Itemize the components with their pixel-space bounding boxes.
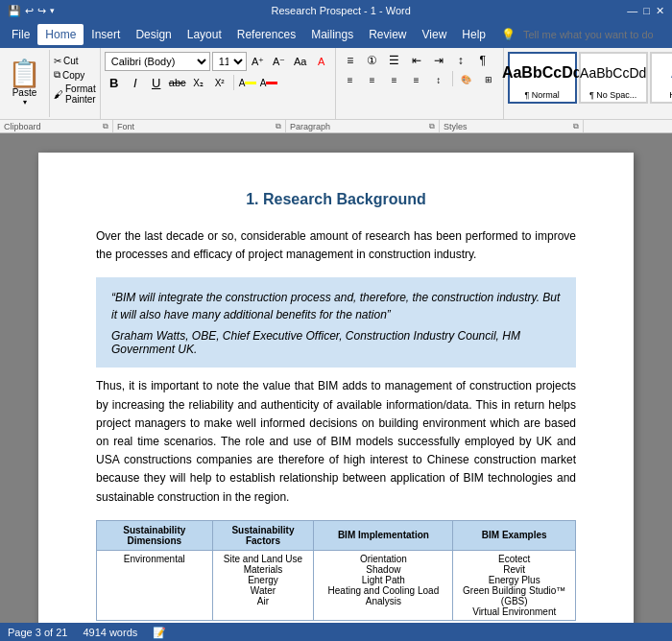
align-left-button[interactable]: ≡: [340, 71, 361, 88]
tell-me-input[interactable]: [523, 29, 672, 40]
section-heading: 1. Research Background: [96, 191, 576, 208]
title-bar: 💾 ↩ ↪ ▾ Research Prospect - 1 - Word — □…: [0, 0, 672, 21]
table-cell-implementation: OrientationShadowLight PathHeating and C…: [314, 550, 453, 620]
table-cell-examples: EcotectRevitEnergy PlusGreen Building St…: [453, 550, 576, 620]
redo-icon[interactable]: ↪: [37, 5, 46, 17]
sort-button[interactable]: ↕: [450, 52, 471, 69]
grow-font-button[interactable]: A⁺: [249, 52, 268, 71]
format-painter-button[interactable]: 🖌 Format Painter: [54, 83, 96, 105]
table-header-factors: Sustainability Factors: [212, 520, 314, 550]
justify-button[interactable]: ≡: [406, 71, 427, 88]
quote-block: “BIM will integrate the construction pro…: [96, 277, 576, 368]
font-name-select[interactable]: Calibri (Body): [105, 52, 210, 71]
line-spacing-button[interactable]: ↕: [428, 71, 449, 88]
menu-help[interactable]: Help: [454, 24, 493, 45]
paragraph-2: Thus, it is important to note the value …: [96, 377, 576, 506]
paste-label: Paste: [12, 87, 37, 98]
style-heading1[interactable]: AaB Headi...: [650, 52, 672, 104]
table-header-implementation: BIM Implementation: [314, 520, 453, 550]
multilevel-list-button[interactable]: ☰: [384, 52, 405, 69]
customize-icon[interactable]: ▾: [50, 6, 55, 15]
paragraph-footer[interactable]: Paragraph ⧉: [286, 120, 440, 132]
borders-button[interactable]: ⊞: [478, 71, 499, 88]
shrink-font-button[interactable]: A⁻: [270, 52, 289, 71]
strikethrough-button[interactable]: abc: [168, 73, 187, 92]
menu-review[interactable]: Review: [361, 24, 414, 45]
paragraph-1: Over the last decade or so, considerable…: [96, 227, 576, 264]
font-footer[interactable]: Font ⧉: [113, 120, 286, 132]
table-row: Environmental Site and Land UseMaterials…: [97, 550, 576, 620]
increase-indent-button[interactable]: ⇥: [428, 52, 449, 69]
clear-format-button[interactable]: A: [312, 52, 331, 71]
numbering-button[interactable]: ①: [362, 52, 383, 69]
menu-home[interactable]: Home: [37, 24, 84, 45]
minimize-icon[interactable]: —: [627, 5, 637, 16]
clipboard-footer[interactable]: Clipboard ⧉: [0, 120, 113, 132]
tell-me-box: [523, 29, 672, 40]
styles-expand-icon[interactable]: ⧉: [573, 122, 579, 131]
window-title: Research Prospect - 1 - Word: [272, 5, 411, 16]
align-center-button[interactable]: ≡: [362, 71, 383, 88]
close-icon[interactable]: ✕: [656, 5, 664, 17]
status-bar: Page 3 of 21 4914 words 📝: [0, 623, 672, 641]
underline-button[interactable]: U: [147, 73, 166, 92]
menu-view[interactable]: View: [415, 24, 455, 45]
document-area: 1. Research Background Over the last dec…: [0, 133, 672, 623]
cut-button[interactable]: ✂ Cut: [54, 56, 96, 66]
copy-button[interactable]: ⧉ Copy: [54, 69, 96, 81]
menu-file[interactable]: File: [4, 24, 37, 45]
change-case-button[interactable]: Aa: [291, 52, 310, 71]
menu-references[interactable]: References: [229, 24, 303, 45]
word-count: 4914 words: [83, 627, 137, 638]
italic-button[interactable]: I: [126, 73, 145, 92]
paragraph-group: ≡ ① ☰ ⇤ ⇥ ↕ ¶ ≡ ≡ ≡ ≡ ↕ 🎨 ⊞: [336, 48, 504, 119]
menu-layout[interactable]: Layout: [180, 24, 229, 45]
decrease-indent-button[interactable]: ⇤: [406, 52, 427, 69]
quick-access-toolbar: 💾 ↩ ↪ ▾: [8, 5, 55, 17]
menu-mailings[interactable]: Mailings: [303, 24, 361, 45]
document-page[interactable]: 1. Research Background Over the last dec…: [38, 153, 634, 623]
undo-icon[interactable]: ↩: [25, 5, 34, 17]
style-no-spacing[interactable]: AaBbCcDd ¶ No Spac...: [579, 52, 648, 104]
menu-insert[interactable]: Insert: [84, 24, 128, 45]
cut-icon: ✂: [54, 56, 61, 66]
superscript-button[interactable]: X²: [210, 73, 229, 92]
font-expand-icon[interactable]: ⧉: [276, 122, 281, 131]
paragraph-expand-icon[interactable]: ⧉: [429, 122, 435, 131]
window-controls: — □ ✕: [627, 5, 664, 17]
table-header-examples: BIM Examples: [453, 520, 576, 550]
maximize-icon[interactable]: □: [643, 5, 650, 16]
font-color-button[interactable]: A: [259, 73, 278, 92]
table-cell-dimension: Environmental: [97, 550, 213, 620]
text-highlight-button[interactable]: A: [238, 73, 257, 92]
quote-attribution: Graham Watts, OBE, Chief Executive Offic…: [111, 329, 561, 356]
style-normal[interactable]: AaBbCcDd ¶ Normal: [508, 52, 577, 104]
format-painter-label: Format Painter: [65, 83, 96, 105]
styles-group: AaBbCcDd ¶ Normal AaBbCcDd ¶ No Spac... …: [504, 48, 672, 119]
save-icon[interactable]: 💾: [8, 5, 21, 17]
quote-text: “BIM will integrate the construction pro…: [111, 289, 561, 323]
proofing-icon[interactable]: 📝: [153, 627, 166, 639]
paste-dropdown-icon[interactable]: ▾: [23, 98, 27, 107]
clipboard-group: 📋 Paste ▾ ✂ Cut ⧉ Copy 🖌 Format P: [0, 48, 101, 119]
menu-bar: File Home Insert Design Layout Reference…: [0, 21, 672, 48]
subscript-button[interactable]: X₂: [189, 73, 208, 92]
paste-button[interactable]: 📋 Paste ▾: [0, 50, 50, 117]
shading-button[interactable]: 🎨: [456, 71, 477, 88]
clipboard-expand-icon[interactable]: ⧉: [103, 122, 108, 131]
show-formatting-button[interactable]: ¶: [472, 52, 493, 69]
bullets-button[interactable]: ≡: [340, 52, 361, 69]
cut-label: Cut: [63, 56, 79, 66]
sustainability-table: Sustainability Dimensions Sustainability…: [96, 520, 576, 621]
menu-design[interactable]: Design: [128, 24, 179, 45]
font-size-select[interactable]: 11: [212, 52, 247, 71]
table-header-dimensions: Sustainability Dimensions: [97, 520, 213, 550]
align-right-button[interactable]: ≡: [384, 71, 405, 88]
bold-button[interactable]: B: [105, 73, 124, 92]
paste-icon: 📋: [8, 60, 41, 87]
format-painter-icon: 🖌: [54, 89, 63, 100]
copy-label: Copy: [62, 70, 84, 81]
styles-footer[interactable]: Styles ⧉: [440, 120, 584, 132]
copy-icon: ⧉: [54, 69, 60, 81]
table-cell-factors: Site and Land UseMaterialsEnergyWaterAir: [212, 550, 314, 620]
